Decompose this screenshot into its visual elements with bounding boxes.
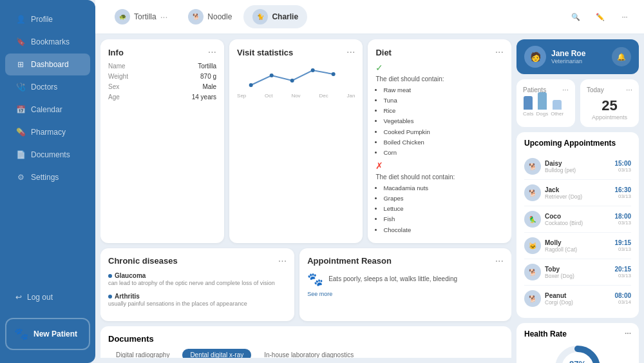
- info-card-header: Info ···: [108, 47, 216, 57]
- appt-name-coco: Coco: [545, 213, 611, 220]
- appt-date-jack: 03/13: [614, 193, 631, 199]
- diet-more-btn[interactable]: ···: [495, 47, 504, 57]
- tabs-actions: 🔍 ✏️ ···: [567, 8, 634, 26]
- sidebar-item-bookmarks[interactable]: 🔖 Bookmarks: [5, 31, 90, 53]
- appt-time-val-jack: 16:30: [614, 186, 631, 193]
- sidebar-item-pharmacy[interactable]: 💊 Pharmacy: [5, 121, 90, 143]
- main-content: 🐢 Tortilla ··· 🐕 Noodle 🐈 Charlie 🔍 ✏️ ·…: [95, 0, 644, 363]
- info-value-name: Tortilla: [198, 63, 216, 70]
- tab-label-noodle: Noodle: [207, 12, 232, 21]
- info-value-sex: Male: [202, 83, 216, 90]
- documents-section: Documents Digital radiography Dental dig…: [100, 326, 511, 358]
- user-info: Jane Roe Veterinarian: [551, 49, 585, 64]
- tab-label-charlie: Charlie: [272, 12, 298, 21]
- tab-label-tortilla: Tortilla: [134, 12, 156, 21]
- sidebar-label-profile: Profile: [31, 15, 53, 24]
- bar-cats-fill: [524, 96, 533, 110]
- info-more-btn[interactable]: ···: [208, 47, 216, 57]
- appt-toby: 🐕 Toby Boxer (Dog) 20:15 03/13: [524, 264, 631, 286]
- tab-avatar-tortilla: 🐢: [115, 9, 130, 25]
- appt-daisy: 🐕 Daisy Bulldog (pet) 15:00 03/13: [524, 158, 631, 180]
- logout-button[interactable]: ↩ Log out: [5, 287, 90, 308]
- diet-not-item: Lettuce: [383, 204, 504, 214]
- middle-cards-row: Chronic diseases ··· Glaucoma can lead t…: [100, 248, 511, 321]
- appt-time-coco: 18:00 03/13: [614, 213, 631, 226]
- documents-title: Documents: [108, 334, 504, 344]
- doc-tab-dental[interactable]: Dental digital x-ray: [182, 349, 251, 358]
- appt-reason-header: Appointment Reason ···: [307, 256, 504, 266]
- diet-item: Raw meat: [383, 85, 504, 95]
- patients-more[interactable]: ···: [562, 86, 569, 93]
- appt-name-toby: Toby: [545, 266, 611, 273]
- diet-item: Tuna: [383, 95, 504, 106]
- content-area: Info ··· Name Tortilla Weight 870 g Se: [95, 34, 644, 363]
- doc-tab-lab[interactable]: In-house laboratory diagnostics: [256, 349, 361, 358]
- tab-noodle[interactable]: 🐕 Noodle: [179, 5, 241, 28]
- appt-date-toby: 03/13: [614, 273, 631, 279]
- appt-time-val-peanut: 08:00: [614, 292, 631, 299]
- sidebar-item-dashboard[interactable]: ⊞ Dashboard: [5, 54, 90, 75]
- sidebar-label-bookmarks: Bookmarks: [31, 37, 70, 46]
- search-button[interactable]: 🔍: [567, 8, 585, 26]
- sidebar-item-calendar[interactable]: 📅 Calendar: [5, 99, 90, 121]
- month-dec: Dec: [319, 93, 328, 99]
- chronic-desc-2: usually painful sensations in the places…: [108, 300, 287, 308]
- tab-more-tortilla[interactable]: ···: [160, 12, 168, 22]
- appt-date-peanut: 03/14: [614, 299, 631, 305]
- info-row-name: Name Tortilla: [108, 63, 216, 70]
- diet-not-item: Chocolate: [383, 225, 504, 235]
- info-card-title: Info: [108, 48, 124, 57]
- today-more[interactable]: ···: [626, 86, 632, 93]
- sidebar-item-doctors[interactable]: 🩺 Doctors: [5, 76, 90, 98]
- appt-name-daisy: Daisy: [545, 160, 611, 167]
- appt-type-peanut: Corgi (Dog): [545, 299, 611, 306]
- new-patient-button[interactable]: 🐾 New Patient: [5, 318, 90, 350]
- info-label-weight: Weight: [108, 73, 128, 80]
- diet-card-header: Diet ···: [375, 47, 504, 57]
- bookmark-icon: 🔖: [15, 37, 26, 47]
- diet-item: Vegetables: [383, 116, 504, 126]
- info-label-age: Age: [108, 93, 120, 101]
- top-cards-row: Info ··· Name Tortilla Weight 870 g Se: [100, 39, 511, 243]
- today-label: Today: [587, 86, 604, 93]
- tab-charlie[interactable]: 🐈 Charlie: [243, 5, 307, 28]
- upcoming-header: Upcoming Appointments: [524, 139, 631, 153]
- visit-stats-more[interactable]: ···: [346, 47, 355, 57]
- documents-icon: 📄: [15, 150, 26, 160]
- bullet-1: [108, 274, 112, 278]
- chronic-name-2: Arthritis: [115, 293, 140, 300]
- edit-button[interactable]: ✏️: [591, 8, 609, 26]
- chronic-more[interactable]: ···: [278, 256, 287, 266]
- appt-info-peanut: Peanut Corgi (Dog): [545, 292, 611, 306]
- patients-bar-chart: Cats Dogs Other: [523, 97, 569, 117]
- bar-cats-label: Cats: [523, 111, 533, 117]
- svg-point-1: [270, 74, 274, 77]
- dashboard-icon: ⊞: [15, 59, 26, 70]
- sidebar: 👤 Profile 🔖 Bookmarks ⊞ Dashboard 🩺 Doct…: [0, 0, 95, 363]
- appt-time-peanut: 08:00 03/14: [614, 292, 631, 305]
- check-icon: ✓: [375, 63, 383, 73]
- appt-molly: 🐱 Molly Ragdoll (Cat) 19:15 03/13: [524, 237, 631, 259]
- tabs-bar: 🐢 Tortilla ··· 🐕 Noodle 🐈 Charlie 🔍 ✏️ ·…: [95, 0, 644, 34]
- today-stat-header: Today ···: [587, 86, 632, 93]
- sidebar-item-profile[interactable]: 👤 Profile: [5, 8, 90, 30]
- appt-avatar-peanut: 🐕: [524, 290, 541, 307]
- sidebar-item-documents[interactable]: 📄 Documents: [5, 144, 90, 166]
- settings-icon: ⚙: [15, 172, 26, 182]
- notification-bell-button[interactable]: 🔔: [612, 47, 631, 66]
- more-button[interactable]: ···: [616, 8, 634, 26]
- tab-tortilla[interactable]: 🐢 Tortilla ···: [106, 5, 176, 28]
- sidebar-item-settings[interactable]: ⚙ Settings: [5, 166, 90, 188]
- diet-item: Cooked Pumpkin: [383, 127, 504, 137]
- bullet-2: [108, 295, 112, 299]
- appt-type-jack: Retriever (Dog): [545, 193, 611, 200]
- info-value-weight: 870 g: [200, 73, 216, 80]
- health-more[interactable]: ···: [625, 329, 631, 338]
- appt-info-toby: Toby Boxer (Dog): [545, 266, 611, 279]
- see-more-link[interactable]: See more: [307, 291, 504, 297]
- doc-tab-radiography[interactable]: Digital radiography: [108, 349, 177, 358]
- diet-should-title: The diet should contain:: [375, 75, 504, 83]
- bar-dogs: Dogs: [536, 92, 548, 117]
- appt-reason-more[interactable]: ···: [495, 256, 504, 266]
- appt-time-daisy: 15:00 03/13: [614, 160, 631, 173]
